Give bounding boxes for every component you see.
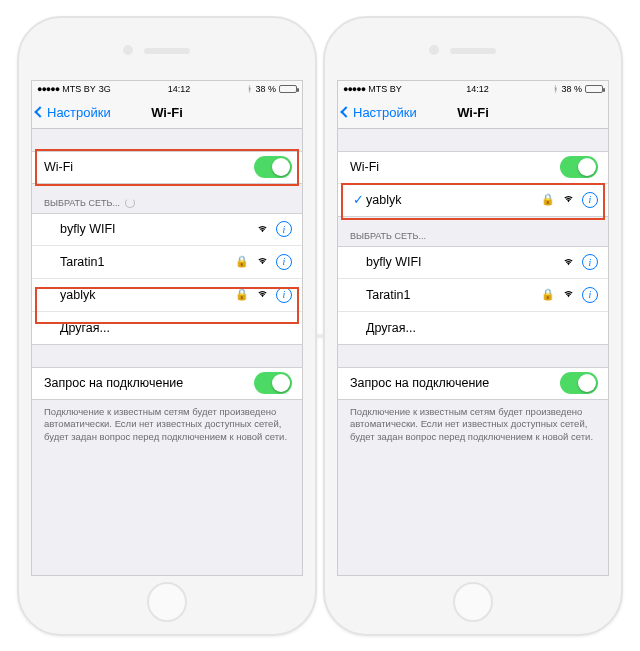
- footer-help-text: Подключение к известным сетям будет прои…: [338, 400, 608, 450]
- phone-speaker: [144, 48, 190, 54]
- network-name: byfly WIFI: [60, 222, 257, 236]
- status-bar: ●●●●● MTS BY 14:12 ᚼ 38 %: [338, 81, 608, 97]
- wifi-icon: [257, 255, 268, 268]
- status-bar: ●●●●● MTS BY 3G 14:12 ᚼ 38 %: [32, 81, 302, 97]
- other-label: Другая...: [60, 321, 292, 335]
- ask-to-join-label: Запрос на подключение: [44, 376, 254, 390]
- screen-right: ●●●●● MTS BY 14:12 ᚼ 38 % Настройки Wi-F…: [337, 80, 609, 576]
- footer-help-text: Подключение к известным сетям будет прои…: [32, 400, 302, 450]
- wifi-toggle-label: Wi-Fi: [350, 160, 560, 174]
- chevron-left-icon: [340, 106, 351, 117]
- carrier-label: MTS BY: [368, 84, 402, 94]
- screen-left: ●●●●● MTS BY 3G 14:12 ᚼ 38 % Настройки W…: [31, 80, 303, 576]
- bluetooth-icon: ᚼ: [553, 84, 558, 94]
- bluetooth-icon: ᚼ: [247, 84, 252, 94]
- wifi-toggle-row[interactable]: Wi-Fi: [338, 151, 608, 184]
- connected-network-row[interactable]: ✓ yablyk 🔒 i: [338, 184, 608, 217]
- wifi-icon: [563, 193, 574, 206]
- network-row[interactable]: byfly WIFI i: [32, 213, 302, 246]
- info-icon[interactable]: i: [582, 254, 598, 270]
- ask-to-join-toggle[interactable]: [560, 372, 598, 394]
- back-label: Настройки: [353, 105, 417, 120]
- network-name: yablyk: [366, 193, 541, 207]
- page-title: Wi-Fi: [151, 105, 183, 120]
- wifi-toggle[interactable]: [254, 156, 292, 178]
- lock-icon: 🔒: [541, 288, 555, 301]
- network-name: Taratin1: [366, 288, 541, 302]
- clock-label: 14:12: [168, 84, 191, 94]
- other-network-row[interactable]: Другая...: [32, 312, 302, 345]
- lock-icon: 🔒: [235, 255, 249, 268]
- phone-frame-left: ●●●●● MTS BY 3G 14:12 ᚼ 38 % Настройки W…: [17, 16, 317, 636]
- info-icon[interactable]: i: [276, 221, 292, 237]
- checkmark-icon: ✓: [353, 192, 364, 207]
- wifi-toggle-row[interactable]: Wi-Fi: [32, 151, 302, 184]
- ask-to-join-toggle[interactable]: [254, 372, 292, 394]
- battery-pct-label: 38 %: [255, 84, 276, 94]
- network-name: yablyk: [60, 288, 235, 302]
- info-icon[interactable]: i: [582, 192, 598, 208]
- carrier-label: MTS BY: [62, 84, 96, 94]
- nav-bar: Настройки Wi-Fi: [338, 97, 608, 129]
- clock-label: 14:12: [466, 84, 489, 94]
- ask-to-join-row[interactable]: Запрос на подключение: [338, 367, 608, 400]
- chevron-left-icon: [34, 106, 45, 117]
- spinner-icon: [125, 198, 135, 208]
- home-button[interactable]: [453, 582, 493, 622]
- battery-icon: [585, 85, 603, 93]
- battery-pct-label: 38 %: [561, 84, 582, 94]
- page-title: Wi-Fi: [457, 105, 489, 120]
- select-network-header: ВЫБРАТЬ СЕТЬ...: [338, 217, 608, 246]
- back-button[interactable]: Настройки: [342, 105, 417, 120]
- signal-dots-icon: ●●●●●: [37, 84, 59, 94]
- network-label: 3G: [99, 84, 111, 94]
- network-row[interactable]: yablyk 🔒 i: [32, 279, 302, 312]
- network-name: byfly WIFI: [366, 255, 563, 269]
- battery-icon: [279, 85, 297, 93]
- wifi-toggle-label: Wi-Fi: [44, 160, 254, 174]
- network-row[interactable]: Taratin1 🔒 i: [338, 279, 608, 312]
- info-icon[interactable]: i: [276, 287, 292, 303]
- wifi-icon: [257, 223, 268, 236]
- wifi-icon: [563, 256, 574, 269]
- back-button[interactable]: Настройки: [36, 105, 111, 120]
- home-button[interactable]: [147, 582, 187, 622]
- phone-camera: [123, 45, 133, 55]
- ask-to-join-label: Запрос на подключение: [350, 376, 560, 390]
- network-row[interactable]: Taratin1 🔒 i: [32, 246, 302, 279]
- other-label: Другая...: [366, 321, 598, 335]
- back-label: Настройки: [47, 105, 111, 120]
- network-row[interactable]: byfly WIFI i: [338, 246, 608, 279]
- phone-speaker: [450, 48, 496, 54]
- wifi-toggle[interactable]: [560, 156, 598, 178]
- wifi-icon: [563, 288, 574, 301]
- info-icon[interactable]: i: [276, 254, 292, 270]
- phone-camera: [429, 45, 439, 55]
- other-network-row[interactable]: Другая...: [338, 312, 608, 345]
- phone-frame-right: ●●●●● MTS BY 14:12 ᚼ 38 % Настройки Wi-F…: [323, 16, 623, 636]
- signal-dots-icon: ●●●●●: [343, 84, 365, 94]
- wifi-icon: [257, 288, 268, 301]
- lock-icon: 🔒: [541, 193, 555, 206]
- select-network-header: ВЫБРАТЬ СЕТЬ...: [32, 184, 302, 213]
- lock-icon: 🔒: [235, 288, 249, 301]
- ask-to-join-row[interactable]: Запрос на подключение: [32, 367, 302, 400]
- nav-bar: Настройки Wi-Fi: [32, 97, 302, 129]
- info-icon[interactable]: i: [582, 287, 598, 303]
- network-name: Taratin1: [60, 255, 235, 269]
